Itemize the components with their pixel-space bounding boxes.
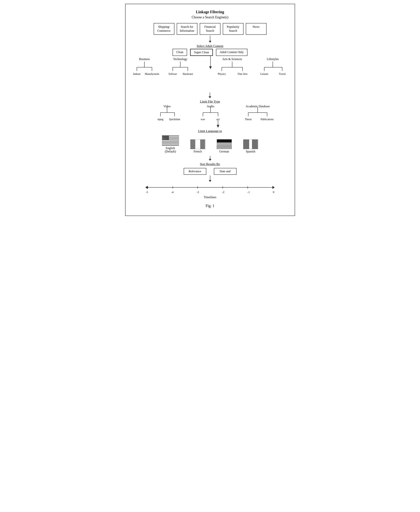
search-engine-shipping[interactable]: Shipping/Commerce bbox=[154, 23, 174, 35]
timeline-tick-minus5: -5 bbox=[146, 191, 148, 194]
svg-text:Leisure: Leisure bbox=[260, 73, 268, 75]
lang-spanish-label: Spanish bbox=[246, 150, 255, 153]
svg-text:mpeg: mpeg bbox=[158, 118, 163, 121]
timeline-tick-minus3: -3 bbox=[196, 191, 199, 194]
search-engine-financial[interactable]: FinancialSearch bbox=[200, 23, 220, 35]
language-section: English(Default) French German bbox=[129, 135, 291, 153]
svg-text:Fine Arts: Fine Arts bbox=[238, 73, 248, 75]
search-engine-info[interactable]: Search forInformation bbox=[177, 23, 197, 35]
svg-text:Technology: Technology bbox=[173, 57, 187, 61]
page-wrapper: Linkage Filtering Choose a Search Engine… bbox=[125, 4, 295, 216]
flag-french bbox=[190, 139, 205, 149]
timeline-line bbox=[145, 184, 275, 190]
timeline-track bbox=[148, 187, 272, 188]
lang-german[interactable]: German bbox=[217, 139, 232, 153]
search-engine-news[interactable]: News bbox=[246, 23, 267, 35]
adult-option-super-clean[interactable]: Super Clean bbox=[190, 49, 213, 56]
timeline-arrow-left bbox=[145, 186, 148, 189]
timelines-label: Timelines bbox=[204, 195, 216, 199]
lang-french[interactable]: French bbox=[190, 139, 205, 153]
svg-text:Thesis: Thesis bbox=[245, 118, 252, 121]
svg-text:Publications: Publications bbox=[261, 118, 274, 121]
category-tree: Business Industr Manufacturin Technology… bbox=[129, 56, 291, 94]
svg-text:Arts & Sciences: Arts & Sciences bbox=[222, 57, 242, 61]
file-type-label: Limit File Type bbox=[200, 100, 220, 104]
sort-label: Sort Results By bbox=[200, 162, 220, 166]
arrow-to-adult bbox=[209, 36, 211, 43]
lang-french-label: French bbox=[194, 150, 202, 153]
sort-options-row: Relevance Date and bbox=[184, 168, 237, 175]
lang-english-label: English(Default) bbox=[165, 146, 176, 153]
timeline-tick-minus4: -4 bbox=[171, 191, 174, 194]
svg-text:Hardware: Hardware bbox=[182, 73, 193, 75]
file-type-tree: Video mpeg Quicktime Audio wav avi bbox=[129, 105, 291, 130]
svg-text:Softwar: Softwar bbox=[168, 73, 177, 75]
adult-option-adult-only[interactable]: Adult Content Only bbox=[216, 49, 248, 56]
svg-text:Lifestyles: Lifestyles bbox=[267, 57, 279, 61]
svg-text:Academic Database: Academic Database bbox=[246, 105, 270, 108]
search-engines-row: Shipping/Commerce Search forInformation … bbox=[129, 23, 291, 35]
arrow-to-sort bbox=[209, 156, 211, 161]
lang-german-label: German bbox=[219, 150, 229, 153]
sort-option-date[interactable]: Date and bbox=[214, 168, 237, 175]
svg-text:Audio: Audio bbox=[207, 105, 214, 108]
timeline-tick-minus2: -2 bbox=[222, 191, 225, 194]
flag-spanish bbox=[243, 139, 258, 149]
adult-option-clean[interactable]: Clean bbox=[172, 49, 187, 56]
timeline-section: -5 -4 -3 -2 -1 0 Timelines bbox=[129, 184, 291, 199]
timeline-tick-minus1: -1 bbox=[248, 191, 250, 194]
svg-text:Travel: Travel bbox=[279, 73, 285, 75]
svg-marker-51 bbox=[217, 125, 219, 128]
svg-text:Video: Video bbox=[163, 105, 171, 108]
sort-option-relevance[interactable]: Relevance bbox=[184, 168, 206, 175]
adult-content-label: Select Adult Content bbox=[197, 44, 224, 48]
svg-text:Industr: Industr bbox=[133, 73, 141, 75]
page-subtitle: Choose a Search Engine(s) bbox=[192, 15, 228, 19]
svg-text:wav: wav bbox=[201, 118, 205, 121]
flag-us bbox=[162, 135, 179, 146]
svg-marker-17 bbox=[209, 66, 212, 69]
svg-text:Business: Business bbox=[139, 57, 150, 61]
fig-label: Fig. 1 bbox=[206, 204, 214, 208]
lang-english[interactable]: English(Default) bbox=[162, 135, 179, 153]
timeline-tick-zero: 0 bbox=[273, 191, 274, 194]
svg-text:Manufacturin: Manufacturin bbox=[145, 73, 159, 75]
timeline-labels: -5 -4 -3 -2 -1 0 bbox=[145, 191, 275, 194]
arrow-to-timeline bbox=[209, 176, 211, 182]
page-title: Linkage Filtering bbox=[196, 10, 224, 14]
flag-german bbox=[217, 139, 232, 149]
lang-spanish[interactable]: Spanish bbox=[243, 139, 258, 153]
svg-text:Quicktime: Quicktime bbox=[169, 118, 180, 121]
diagram-container: Linkage Filtering Choose a Search Engine… bbox=[129, 10, 291, 208]
search-engine-popularity[interactable]: PopularitySearch bbox=[223, 23, 243, 35]
svg-text:Physics: Physics bbox=[218, 73, 226, 75]
adult-content-row: Clean Super Clean Adult Content Only bbox=[172, 49, 248, 56]
language-label: Limit Language to bbox=[198, 129, 222, 133]
